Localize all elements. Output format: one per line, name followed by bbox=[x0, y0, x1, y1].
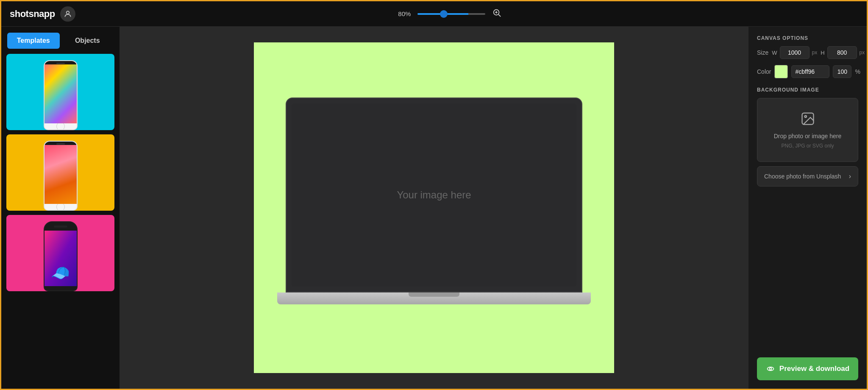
height-label: H bbox=[821, 50, 824, 56]
zoom-in-icon[interactable] bbox=[492, 8, 501, 20]
color-swatch[interactable] bbox=[774, 65, 788, 78]
character-icon: 🧢 bbox=[51, 264, 70, 282]
topbar-center: 80% bbox=[398, 8, 501, 20]
list-item[interactable] bbox=[6, 134, 114, 211]
chevron-right-icon: › bbox=[849, 173, 851, 180]
eye-icon bbox=[766, 364, 775, 373]
opacity-percent: % bbox=[855, 68, 860, 75]
tab-templates[interactable]: Templates bbox=[7, 33, 60, 49]
color-hex-input[interactable] bbox=[791, 65, 829, 78]
tab-objects[interactable]: Objects bbox=[61, 33, 114, 49]
laptop-screen: Your image here bbox=[292, 103, 576, 287]
height-unit: px bbox=[860, 50, 865, 56]
image-placeholder: Your image here bbox=[397, 189, 471, 201]
width-unit: px bbox=[812, 50, 818, 56]
canvas-options-title: CANVAS OPTIONS bbox=[757, 35, 858, 41]
right-panel: CANVAS OPTIONS Size W px H px Color bbox=[748, 27, 867, 389]
size-label: Size bbox=[757, 49, 768, 56]
template-list: 🧢 bbox=[1, 49, 120, 389]
bg-image-section: BACKGROUND IMAGE Drop photo or image her… bbox=[757, 87, 858, 187]
color-label: Color bbox=[757, 68, 771, 75]
svg-point-6 bbox=[804, 116, 807, 118]
unsplash-label: Choose photo from Unsplash bbox=[764, 173, 841, 180]
laptop-hinge bbox=[409, 292, 459, 297]
zoom-slider[interactable] bbox=[417, 13, 485, 15]
topbar-left: shotsnapp bbox=[10, 6, 75, 22]
preview-download-label: Preview & download bbox=[779, 365, 849, 373]
canvas-area: Your image here bbox=[120, 27, 748, 389]
height-group: H px bbox=[821, 46, 865, 59]
svg-line-2 bbox=[499, 14, 501, 17]
width-label: W bbox=[772, 50, 777, 56]
svg-point-8 bbox=[769, 368, 771, 370]
color-row: Color % bbox=[757, 65, 858, 78]
sidebar: Templates Objects bbox=[1, 27, 120, 389]
canvas-options-section: CANVAS OPTIONS Size W px H px Color bbox=[757, 35, 858, 78]
width-group: W px bbox=[772, 46, 817, 59]
canvas-background[interactable]: Your image here bbox=[254, 42, 614, 373]
drop-zone-subtext: PNG, JPG or SVG only bbox=[781, 143, 834, 149]
unsplash-button[interactable]: Choose photo from Unsplash › bbox=[757, 166, 858, 187]
topbar: shotsnapp 80% bbox=[1, 1, 867, 27]
opacity-input[interactable] bbox=[833, 65, 851, 78]
zoom-value: 80% bbox=[398, 10, 411, 17]
list-item[interactable]: 🧢 bbox=[6, 215, 114, 291]
laptop-base bbox=[277, 292, 591, 304]
size-row: Size W px H px bbox=[757, 46, 858, 59]
list-item[interactable] bbox=[6, 54, 114, 130]
bg-image-title: BACKGROUND IMAGE bbox=[757, 87, 858, 93]
main-layout: Templates Objects bbox=[1, 27, 867, 389]
drop-zone[interactable]: Drop photo or image here PNG, JPG or SVG… bbox=[757, 98, 858, 162]
app-logo: shotsnapp bbox=[10, 8, 55, 20]
width-input[interactable] bbox=[780, 46, 810, 59]
svg-point-0 bbox=[66, 11, 69, 14]
image-upload-icon bbox=[800, 111, 815, 129]
sidebar-tabs: Templates Objects bbox=[1, 27, 120, 49]
laptop-lid: Your image here bbox=[286, 98, 582, 292]
laptop-mockup: Your image here bbox=[281, 98, 587, 318]
avatar[interactable] bbox=[60, 6, 75, 22]
drop-zone-text: Drop photo or image here bbox=[774, 133, 842, 139]
preview-download-button[interactable]: Preview & download bbox=[757, 357, 858, 380]
height-input[interactable] bbox=[827, 46, 857, 59]
